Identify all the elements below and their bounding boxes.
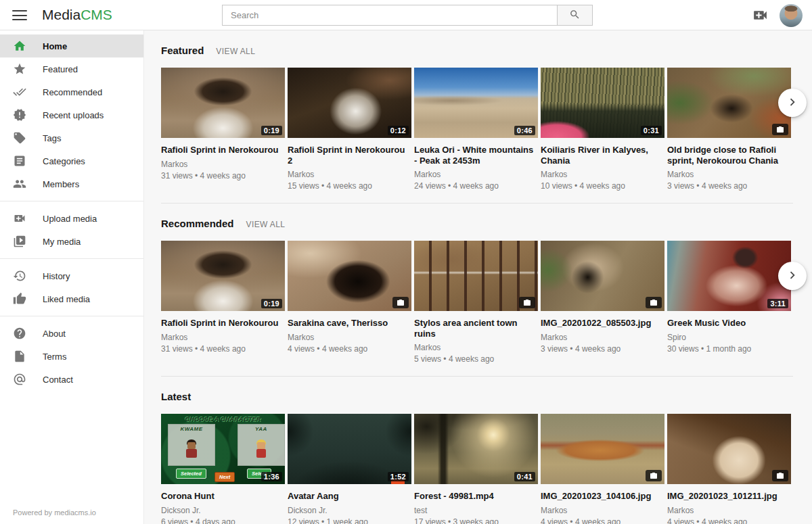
media-title[interactable]: Greek Music Video [667,318,791,329]
media-thumbnail[interactable] [667,68,791,138]
camera-icon [392,297,409,308]
view-all-link[interactable]: VIEW ALL [216,47,255,56]
duration-badge: 1:52 [388,472,409,481]
media-card[interactable]: CHOOSE A CHARACTER KWAME YAA Selected Ne… [161,414,285,524]
sidebar-item-upload-media[interactable]: Upload media [0,207,143,230]
media-title[interactable]: Old bridge close to Rafioli sprint, Nero… [667,145,791,166]
hamburger-icon[interactable] [12,10,27,20]
search-button[interactable] [557,5,593,26]
media-thumbnail[interactable] [414,241,538,311]
view-all-link[interactable]: VIEW ALL [246,220,286,229]
media-thumbnail[interactable]: 0:19 [161,68,285,138]
media-thumbnail[interactable]: 1:52 [288,414,411,484]
media-title[interactable]: Rafioli Sprint in Nerokourou 2 [288,145,411,166]
media-author[interactable]: Dickson Jr. [161,506,285,515]
media-card[interactable]: 0:46 Leuka Ori - White mountains - Peak … [414,68,538,191]
sidebar-item-recent-uploads[interactable]: Recent uploads [0,103,143,126]
media-author[interactable]: Spiro [667,333,791,342]
media-title[interactable]: Stylos area ancient town ruins [414,318,538,339]
app-logo[interactable]: MediaCMS [42,7,112,23]
sidebar-item-about[interactable]: About [0,322,143,345]
media-author[interactable]: Markos [541,170,664,179]
media-card[interactable]: 0:41 Forest - 49981.mp4 test 17 views • … [414,414,538,524]
media-author[interactable]: Markos [414,343,538,352]
section-header: Latest [161,391,793,402]
media-author[interactable]: Markos [161,333,285,342]
video-plus-icon[interactable] [752,7,769,24]
media-title[interactable]: Rafioli Sprint in Nerokourou [161,145,285,156]
media-thumbnail[interactable] [667,414,791,484]
sidebar-item-liked-media[interactable]: Liked media [0,287,143,310]
media-meta: 4 views • 4 weeks ago [288,344,411,354]
media-thumbnail[interactable]: 0:41 [414,414,538,484]
media-author[interactable]: Markos [541,506,664,515]
media-thumbnail[interactable]: 0:19 [161,241,285,311]
media-title[interactable]: IMG_20201023_101211.jpg [667,491,791,502]
media-author[interactable]: Markos [667,170,791,179]
avatar[interactable] [780,4,803,27]
media-thumbnail[interactable]: 3:11 [667,241,791,311]
sidebar-item-contact[interactable]: Contact [0,368,143,391]
sidebar-item-categories[interactable]: Categories [0,149,143,172]
media-author[interactable]: Markos [161,160,285,169]
media-author[interactable]: Markos [541,333,664,342]
media-meta: 12 views • 1 week ago [288,517,411,524]
media-card[interactable]: 0:12 Rafioli Sprint in Nerokourou 2 Mark… [288,68,411,191]
media-author[interactable]: Markos [667,506,791,515]
media-title[interactable]: Corona Hunt [161,491,285,502]
media-author[interactable]: test [414,506,538,515]
sidebar-item-featured[interactable]: Featured [0,57,143,80]
duration-badge: 3:11 [767,299,788,308]
sidebar-item-label: Contact [43,375,73,385]
character-panel-right: YAA [238,424,285,466]
media-author[interactable]: Markos [288,170,411,179]
media-title[interactable]: Sarakina cave, Therisso [288,318,411,329]
media-thumbnail[interactable] [541,414,664,484]
scroll-right-button[interactable] [778,262,807,290]
search-input[interactable] [222,5,557,26]
media-card[interactable]: 0:19 Rafioli Sprint in Nerokourou Markos… [161,241,285,364]
sidebar-item-label: About [43,329,66,339]
media-card[interactable]: Old bridge close to Rafioli sprint, Nero… [667,68,791,191]
sidebar-item-members[interactable]: Members [0,172,143,195]
sidebar-item-recommended[interactable]: Recommended [0,80,143,103]
card-row: CHOOSE A CHARACTER KWAME YAA Selected Ne… [161,414,793,524]
media-author[interactable]: Dickson Jr. [288,506,411,515]
media-title[interactable]: Rafioli Sprint in Nerokourou [161,318,285,329]
media-thumbnail[interactable]: 0:46 [414,68,538,138]
media-author[interactable]: Markos [288,333,411,342]
media-card[interactable]: IMG_20201022_085503.jpg Markos 3 views •… [541,241,664,364]
media-author[interactable]: Markos [414,170,538,179]
media-title[interactable]: Forest - 49981.mp4 [414,491,538,502]
sidebar-item-my-media[interactable]: My media [0,230,143,253]
sidebar-item-terms[interactable]: Terms [0,345,143,368]
media-meta: 15 views • 4 weeks ago [288,181,411,191]
people-icon [13,177,26,191]
media-thumbnail[interactable]: 0:12 [288,68,411,138]
media-card[interactable]: 3:11 Greek Music Video Spiro 30 views • … [667,241,791,364]
media-title[interactable]: Koiliaris River in Kalyves, Chania [541,145,664,166]
media-thumbnail[interactable] [541,241,664,311]
media-thumbnail[interactable] [288,241,411,311]
sidebar-item-tags[interactable]: Tags [0,126,143,149]
media-title[interactable]: Leuka Ori - White mountains - Peak at 24… [414,145,538,166]
media-card[interactable]: Sarakina cave, Therisso Markos 4 views •… [288,241,411,364]
media-card[interactable]: 0:19 Rafioli Sprint in Nerokourou Markos… [161,68,285,191]
media-title[interactable]: IMG_20201022_085503.jpg [541,318,664,329]
search-box [222,5,593,26]
character-name: YAA [238,426,284,432]
media-thumbnail[interactable]: CHOOSE A CHARACTER KWAME YAA Selected Ne… [161,414,285,484]
media-card[interactable]: IMG_20201023_104106.jpg Markos 4 views •… [541,414,664,524]
scroll-right-button[interactable] [778,89,807,117]
media-title[interactable]: Avatar Aang [288,491,411,502]
media-card[interactable]: 0:31 Koiliaris River in Kalyves, Chania … [541,68,664,191]
media-card[interactable]: 1:52 Avatar Aang Dickson Jr. 12 views • … [288,414,411,524]
media-title[interactable]: IMG_20201023_104106.jpg [541,491,664,502]
done-all-icon [13,85,26,99]
selected-button: Selected [176,469,206,479]
media-card[interactable]: Stylos area ancient town ruins Markos 5 … [414,241,538,364]
sidebar-item-home[interactable]: Home [0,34,143,57]
media-thumbnail[interactable]: 0:31 [541,68,664,138]
media-card[interactable]: IMG_20201023_101211.jpg Markos 4 views •… [667,414,791,524]
sidebar-item-history[interactable]: History [0,264,143,287]
